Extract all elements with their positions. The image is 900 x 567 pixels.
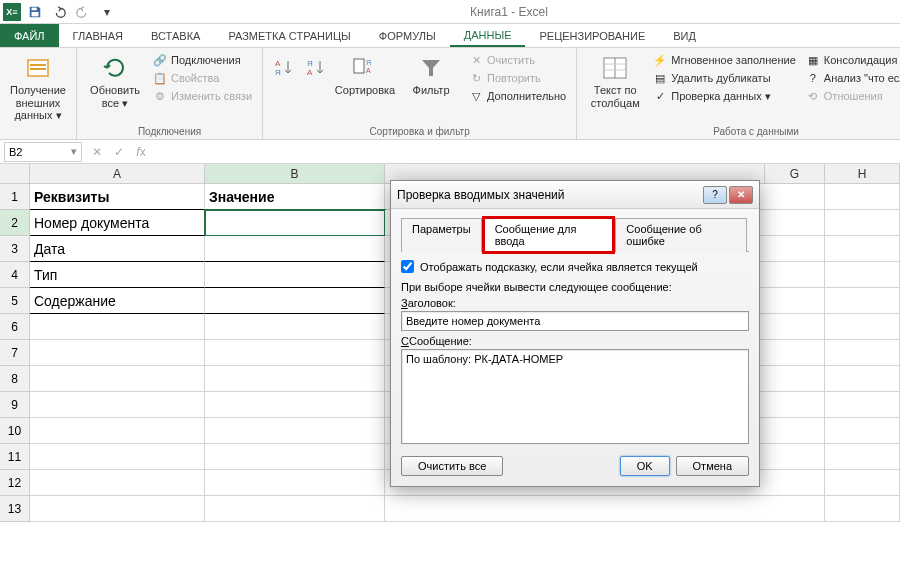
cell-g12[interactable] bbox=[765, 470, 825, 496]
row-head-6[interactable]: 6 bbox=[0, 314, 30, 340]
dialog-close-button[interactable]: ✕ bbox=[729, 186, 753, 204]
advanced-filter-item[interactable]: ▽Дополнительно bbox=[467, 88, 568, 104]
select-all-corner[interactable] bbox=[0, 164, 30, 184]
cancel-formula-icon[interactable]: ✕ bbox=[86, 141, 108, 163]
cell-g3[interactable] bbox=[765, 236, 825, 262]
edit-links-item[interactable]: ⚙Изменить связи bbox=[151, 88, 254, 104]
sort-button[interactable]: ЯА Сортировка bbox=[335, 52, 395, 97]
cell-g4[interactable] bbox=[765, 262, 825, 288]
cell-a9[interactable] bbox=[30, 392, 205, 418]
cell-a1[interactable]: Реквизиты bbox=[30, 184, 205, 210]
cell-h10[interactable] bbox=[825, 418, 900, 444]
tab-page-layout[interactable]: РАЗМЕТКА СТРАНИЦЫ bbox=[214, 24, 364, 47]
dialog-help-button[interactable]: ? bbox=[703, 186, 727, 204]
cell-h2[interactable] bbox=[825, 210, 900, 236]
tab-data[interactable]: ДАННЫЕ bbox=[450, 24, 526, 47]
col-head-a[interactable]: A bbox=[30, 164, 205, 184]
cell-b10[interactable] bbox=[205, 418, 385, 444]
refresh-all-button[interactable]: Обновить все ▾ bbox=[85, 52, 145, 109]
undo-icon[interactable] bbox=[48, 1, 70, 23]
cell-b1[interactable]: Значение bbox=[205, 184, 385, 210]
cell-b9[interactable] bbox=[205, 392, 385, 418]
dialog-titlebar[interactable]: Проверка вводимых значений ? ✕ bbox=[391, 181, 759, 209]
name-box[interactable]: B2▾ bbox=[4, 142, 82, 162]
properties-item[interactable]: 📋Свойства bbox=[151, 70, 254, 86]
row-head-8[interactable]: 8 bbox=[0, 366, 30, 392]
cell-h12[interactable] bbox=[825, 470, 900, 496]
cell-a4[interactable]: Тип bbox=[30, 262, 205, 288]
row-head-7[interactable]: 7 bbox=[0, 340, 30, 366]
cell-a6[interactable] bbox=[30, 314, 205, 340]
row-head-3[interactable]: 3 bbox=[0, 236, 30, 262]
sort-asc-button[interactable]: АЯ bbox=[271, 52, 297, 82]
cell-b13[interactable] bbox=[205, 496, 385, 522]
row-head-12[interactable]: 12 bbox=[0, 470, 30, 496]
row-head-4[interactable]: 4 bbox=[0, 262, 30, 288]
what-if-item[interactable]: ?Анализ "что если" ▾ bbox=[804, 70, 900, 86]
tab-view[interactable]: ВИД bbox=[659, 24, 710, 47]
cell-h11[interactable] bbox=[825, 444, 900, 470]
tab-review[interactable]: РЕЦЕНЗИРОВАНИЕ bbox=[525, 24, 659, 47]
col-head-g[interactable]: G bbox=[765, 164, 825, 184]
cell-h8[interactable] bbox=[825, 366, 900, 392]
cell-a13[interactable] bbox=[30, 496, 205, 522]
row-head-11[interactable]: 11 bbox=[0, 444, 30, 470]
cell-b12[interactable] bbox=[205, 470, 385, 496]
cell-b2[interactable] bbox=[205, 210, 385, 236]
cell-h13[interactable] bbox=[825, 496, 900, 522]
filter-button[interactable]: Фильтр bbox=[401, 52, 461, 97]
dialog-tab-input-message[interactable]: Сообщение для ввода bbox=[484, 218, 614, 252]
data-validation-item[interactable]: ✓Проверка данных ▾ bbox=[651, 88, 798, 104]
cell-g2[interactable] bbox=[765, 210, 825, 236]
cell-g1[interactable] bbox=[765, 184, 825, 210]
cell-g13[interactable] bbox=[765, 496, 825, 522]
cell-a11[interactable] bbox=[30, 444, 205, 470]
cell-a10[interactable] bbox=[30, 418, 205, 444]
cell-g7[interactable] bbox=[765, 340, 825, 366]
row-head-13[interactable]: 13 bbox=[0, 496, 30, 522]
sort-desc-button[interactable]: ЯА bbox=[303, 52, 329, 82]
relationships-item[interactable]: ⟲Отношения bbox=[804, 88, 900, 104]
reapply-item[interactable]: ↻Повторить bbox=[467, 70, 568, 86]
connections-item[interactable]: 🔗Подключения bbox=[151, 52, 254, 68]
row-head-9[interactable]: 9 bbox=[0, 392, 30, 418]
cell-a2[interactable]: Номер документа bbox=[30, 210, 205, 236]
cell-b3[interactable] bbox=[205, 236, 385, 262]
tab-file[interactable]: ФАЙЛ bbox=[0, 24, 59, 47]
dialog-tab-parameters[interactable]: Параметры bbox=[401, 218, 482, 252]
cell-h1[interactable] bbox=[825, 184, 900, 210]
remove-duplicates-item[interactable]: ▤Удалить дубликаты bbox=[651, 70, 798, 86]
row-head-10[interactable]: 10 bbox=[0, 418, 30, 444]
cell-g5[interactable] bbox=[765, 288, 825, 314]
fx-icon[interactable]: fx bbox=[130, 141, 152, 163]
cancel-button[interactable]: Отмена bbox=[676, 456, 749, 476]
tab-insert[interactable]: ВСТАВКА bbox=[137, 24, 214, 47]
clear-all-button[interactable]: Очистить все bbox=[401, 456, 503, 476]
col-head-b[interactable]: B bbox=[205, 164, 385, 184]
cell-a7[interactable] bbox=[30, 340, 205, 366]
row-head-1[interactable]: 1 bbox=[0, 184, 30, 210]
cell-h9[interactable] bbox=[825, 392, 900, 418]
redo-icon[interactable] bbox=[72, 1, 94, 23]
cell-h4[interactable] bbox=[825, 262, 900, 288]
qat-dropdown-icon[interactable]: ▾ bbox=[96, 1, 118, 23]
cell-g11[interactable] bbox=[765, 444, 825, 470]
message-textarea[interactable] bbox=[401, 349, 749, 444]
text-to-columns-button[interactable]: Текст по столбцам bbox=[585, 52, 645, 109]
cell-b7[interactable] bbox=[205, 340, 385, 366]
tab-formulas[interactable]: ФОРМУЛЫ bbox=[365, 24, 450, 47]
cell-b4[interactable] bbox=[205, 262, 385, 288]
cell-b5[interactable] bbox=[205, 288, 385, 314]
cell-g10[interactable] bbox=[765, 418, 825, 444]
cell-h7[interactable] bbox=[825, 340, 900, 366]
get-external-data-button[interactable]: Получение внешних данных ▾ bbox=[8, 52, 68, 122]
clear-filter-item[interactable]: ✕Очистить bbox=[467, 52, 568, 68]
save-icon[interactable] bbox=[24, 1, 46, 23]
flash-fill-item[interactable]: ⚡Мгновенное заполнение bbox=[651, 52, 798, 68]
row-head-5[interactable]: 5 bbox=[0, 288, 30, 314]
formula-input[interactable] bbox=[152, 142, 900, 162]
cell-a5[interactable]: Содержание bbox=[30, 288, 205, 314]
title-input[interactable] bbox=[401, 311, 749, 331]
cell-g8[interactable] bbox=[765, 366, 825, 392]
cell-h5[interactable] bbox=[825, 288, 900, 314]
